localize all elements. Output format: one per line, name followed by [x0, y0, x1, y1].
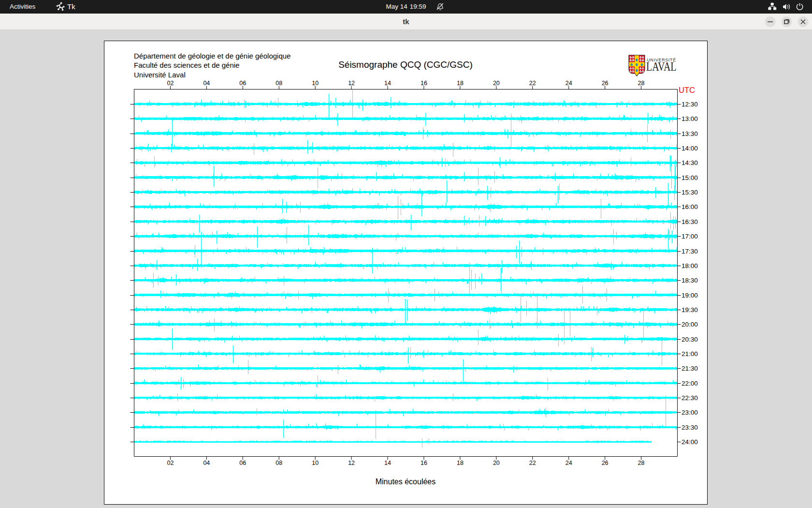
- svg-text:14:00: 14:00: [682, 145, 698, 152]
- svg-text:22:00: 22:00: [682, 380, 698, 387]
- svg-text:10: 10: [312, 80, 319, 87]
- svg-text:10: 10: [312, 460, 319, 466]
- svg-text:21:30: 21:30: [682, 365, 698, 372]
- svg-text:26: 26: [602, 80, 609, 87]
- svg-text:19:00: 19:00: [682, 292, 698, 299]
- svg-text:12:30: 12:30: [682, 101, 698, 108]
- svg-text:06: 06: [239, 460, 246, 466]
- svg-text:04: 04: [203, 460, 210, 466]
- svg-text:14:30: 14:30: [682, 159, 698, 166]
- svg-text:UTC: UTC: [679, 86, 695, 94]
- svg-text:28: 28: [638, 80, 645, 87]
- svg-text:24: 24: [566, 80, 572, 87]
- svg-text:08: 08: [276, 460, 282, 466]
- svg-text:18:30: 18:30: [682, 277, 698, 284]
- svg-text:16:00: 16:00: [682, 203, 698, 210]
- svg-text:18: 18: [457, 460, 464, 466]
- svg-text:18: 18: [457, 80, 464, 87]
- svg-text:08: 08: [276, 80, 282, 87]
- svg-text:14: 14: [384, 80, 391, 87]
- svg-text:16:30: 16:30: [682, 218, 698, 225]
- svg-text:24:00: 24:00: [682, 438, 698, 446]
- svg-text:20:00: 20:00: [682, 321, 698, 328]
- svg-text:12: 12: [348, 80, 355, 87]
- svg-text:06: 06: [239, 80, 246, 87]
- svg-text:24: 24: [566, 460, 572, 466]
- svg-text:20:30: 20:30: [682, 336, 698, 343]
- svg-text:18:00: 18:00: [682, 262, 698, 269]
- svg-text:22:30: 22:30: [682, 394, 698, 402]
- svg-text:Minutes écoulées: Minutes écoulées: [376, 478, 436, 486]
- svg-text:14: 14: [384, 460, 391, 466]
- svg-text:22: 22: [529, 460, 536, 466]
- svg-text:16: 16: [420, 80, 427, 87]
- svg-text:15:00: 15:00: [682, 174, 698, 181]
- svg-text:13:00: 13:00: [682, 115, 698, 122]
- svg-text:28: 28: [638, 460, 645, 466]
- svg-text:20: 20: [493, 80, 500, 87]
- svg-text:12: 12: [348, 460, 355, 466]
- svg-text:26: 26: [602, 460, 609, 466]
- svg-text:23:30: 23:30: [682, 424, 698, 431]
- svg-text:22: 22: [529, 80, 536, 87]
- svg-text:04: 04: [203, 80, 210, 87]
- svg-text:13:30: 13:30: [682, 130, 698, 137]
- svg-text:16: 16: [420, 460, 427, 466]
- svg-text:23:00: 23:00: [682, 409, 698, 416]
- svg-text:19:30: 19:30: [682, 306, 698, 314]
- svg-text:02: 02: [167, 80, 174, 87]
- svg-text:02: 02: [167, 460, 174, 466]
- svg-text:20: 20: [493, 460, 500, 466]
- svg-text:17:00: 17:00: [682, 233, 698, 240]
- svg-text:17:30: 17:30: [682, 248, 698, 255]
- svg-text:15:30: 15:30: [682, 189, 698, 196]
- svg-text:21:00: 21:00: [682, 350, 698, 358]
